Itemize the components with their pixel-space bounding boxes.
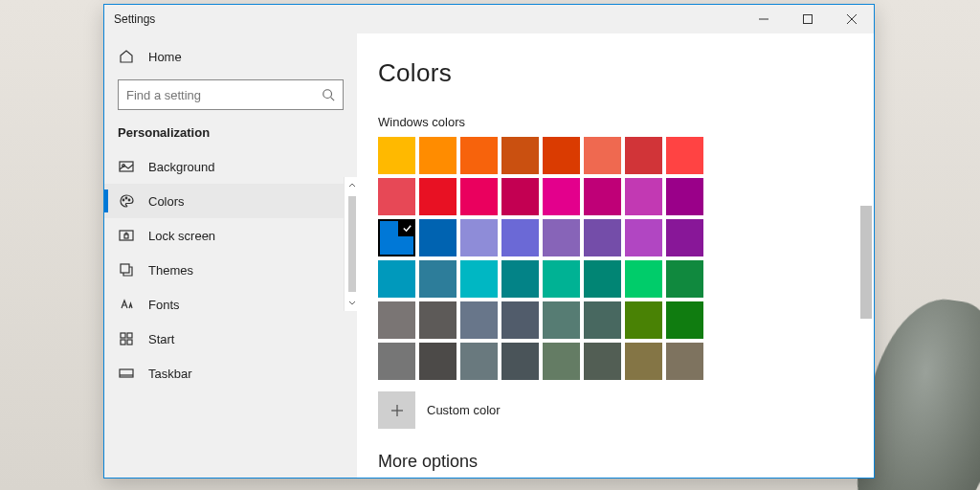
color-swatch[interactable] xyxy=(625,137,662,174)
color-swatch[interactable] xyxy=(501,301,539,339)
color-swatch[interactable] xyxy=(543,343,580,380)
close-icon xyxy=(847,14,857,24)
color-swatch[interactable] xyxy=(584,178,621,215)
sidebar-item-themes[interactable]: Themes xyxy=(104,253,357,287)
color-swatch[interactable] xyxy=(625,260,662,298)
taskbar-icon xyxy=(118,365,135,382)
sidebar-item-background[interactable]: Background xyxy=(104,149,357,184)
color-swatch[interactable] xyxy=(419,137,457,174)
color-swatch[interactable] xyxy=(543,178,580,215)
color-swatch[interactable] xyxy=(543,260,580,298)
section-heading: Personalization xyxy=(104,120,357,149)
color-swatch[interactable] xyxy=(543,219,580,256)
scrollbar-thumb[interactable] xyxy=(860,206,872,319)
page-title: Colors xyxy=(378,58,874,88)
color-swatch[interactable] xyxy=(625,343,662,380)
home-nav[interactable]: Home xyxy=(104,39,357,74)
sidebar-item-taskbar[interactable]: Taskbar xyxy=(104,356,357,390)
sidebar-item-label: Background xyxy=(148,160,214,174)
color-swatch[interactable] xyxy=(501,219,539,256)
plus-icon xyxy=(390,403,405,418)
sidebar-item-colors[interactable]: Colors xyxy=(104,184,357,218)
search-icon xyxy=(322,88,335,101)
color-swatch[interactable] xyxy=(666,219,703,256)
palette-icon xyxy=(118,192,135,210)
more-options-heading: More options xyxy=(378,452,874,472)
color-swatch[interactable] xyxy=(584,219,621,256)
svg-rect-15 xyxy=(127,333,132,338)
sidebar-item-label: Lock screen xyxy=(148,229,215,243)
settings-window: Settings Home Personali xyxy=(103,4,875,479)
color-swatch[interactable] xyxy=(378,301,415,339)
svg-rect-1 xyxy=(804,15,813,24)
main-scrollbar[interactable] xyxy=(858,33,874,478)
maximize-button[interactable] xyxy=(786,5,830,33)
sidebar-item-label: Fonts xyxy=(148,298,180,312)
color-swatch[interactable] xyxy=(419,343,457,380)
svg-line-5 xyxy=(331,98,335,101)
sidebar: Home Personalization BackgroundColorsLoc… xyxy=(104,33,357,478)
color-swatch[interactable] xyxy=(460,343,498,380)
color-swatch[interactable] xyxy=(625,219,662,256)
close-button[interactable] xyxy=(830,5,874,33)
color-swatch[interactable] xyxy=(543,301,580,339)
lockscreen-icon xyxy=(118,227,135,244)
picture-icon xyxy=(118,158,135,175)
window-title: Settings xyxy=(104,12,742,26)
svg-rect-13 xyxy=(121,264,129,273)
minimize-icon xyxy=(759,14,768,24)
color-swatch[interactable] xyxy=(501,178,539,215)
color-swatch[interactable] xyxy=(543,137,580,174)
svg-point-8 xyxy=(122,199,124,201)
color-swatch[interactable] xyxy=(666,343,703,380)
color-swatch[interactable] xyxy=(378,343,415,380)
main-content: Colors Windows colors Custom color More … xyxy=(357,33,874,478)
search-input[interactable] xyxy=(118,79,344,110)
color-swatch[interactable] xyxy=(419,301,457,339)
color-swatch[interactable] xyxy=(501,260,539,298)
color-swatch[interactable] xyxy=(460,219,498,256)
color-swatch-grid xyxy=(378,137,703,380)
color-swatch[interactable] xyxy=(584,343,621,380)
color-swatch[interactable] xyxy=(460,137,498,174)
color-swatch[interactable] xyxy=(378,178,415,215)
scrollbar-thumb[interactable] xyxy=(348,196,356,292)
svg-point-4 xyxy=(323,90,332,99)
color-swatch[interactable] xyxy=(501,137,539,174)
color-swatch[interactable] xyxy=(625,301,662,339)
sidebar-item-label: Themes xyxy=(148,263,193,278)
search-field[interactable] xyxy=(126,88,322,102)
svg-rect-12 xyxy=(124,234,128,238)
color-swatch[interactable] xyxy=(666,178,703,215)
svg-rect-17 xyxy=(127,340,132,345)
color-swatch[interactable] xyxy=(419,178,457,215)
sidebar-item-label: Start xyxy=(148,332,174,346)
color-swatch[interactable] xyxy=(666,260,703,298)
color-swatch[interactable] xyxy=(666,301,703,339)
color-swatch[interactable] xyxy=(460,260,498,298)
color-swatch[interactable] xyxy=(378,137,415,174)
svg-point-10 xyxy=(128,199,130,201)
color-swatch[interactable] xyxy=(460,178,498,215)
sidebar-item-lock-screen[interactable]: Lock screen xyxy=(104,218,357,253)
sidebar-item-start[interactable]: Start xyxy=(104,322,357,356)
color-swatch[interactable] xyxy=(584,301,621,339)
color-swatch[interactable] xyxy=(666,137,703,174)
custom-color-button[interactable] xyxy=(378,391,415,429)
minimize-button[interactable] xyxy=(742,5,786,33)
color-swatch[interactable] xyxy=(378,219,415,256)
color-swatch[interactable] xyxy=(378,260,415,298)
titlebar: Settings xyxy=(104,5,874,33)
start-icon xyxy=(118,330,135,347)
color-swatch[interactable] xyxy=(419,260,457,298)
color-swatch[interactable] xyxy=(625,178,662,215)
color-swatch[interactable] xyxy=(460,301,498,339)
windows-colors-label: Windows colors xyxy=(378,115,874,129)
color-swatch[interactable] xyxy=(584,260,621,298)
color-swatch[interactable] xyxy=(501,343,539,380)
custom-color-label: Custom color xyxy=(427,403,501,417)
color-swatch[interactable] xyxy=(419,219,457,256)
sidebar-item-fonts[interactable]: Fonts xyxy=(104,287,357,322)
svg-rect-18 xyxy=(120,369,133,377)
color-swatch[interactable] xyxy=(584,137,621,174)
